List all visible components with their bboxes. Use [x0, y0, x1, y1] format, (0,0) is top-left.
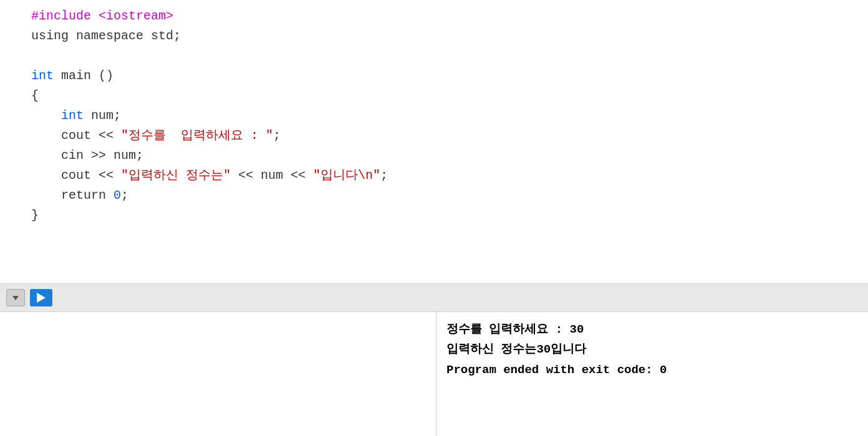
- code-segment: }: [31, 208, 39, 222]
- code-line: cin >> num;: [31, 146, 856, 166]
- code-line: {: [31, 86, 856, 106]
- output-line1: 정수를 입력하세요 : 30: [446, 320, 858, 339]
- output-line2: 입력하신 정수는30입니다: [446, 339, 858, 359]
- output-line3: Program ended with exit code: 0: [446, 360, 858, 380]
- code-segment: num;: [84, 108, 121, 123]
- code-segment: cin >> num;: [31, 148, 143, 163]
- code-line: cout << "정수를 입력하세요 : ";: [31, 126, 856, 146]
- code-line: }: [31, 206, 856, 225]
- code-segment: 0: [113, 188, 121, 202]
- code-segment: ;: [273, 128, 281, 143]
- toolbar: [0, 283, 868, 312]
- editor-area: #include <iostream>using namespace std; …: [0, 0, 868, 283]
- code-line: return 0;: [31, 186, 856, 206]
- code-line: int main (): [31, 66, 856, 86]
- code-segment: ;: [380, 168, 388, 182]
- code-segment: return: [31, 188, 113, 202]
- code-segment: using namespace std;: [31, 29, 181, 43]
- code-segment: << num <<: [231, 168, 313, 182]
- output-area: 정수를 입력하세요 : 30 입력하신 정수는30입니다 Program end…: [0, 312, 868, 436]
- code-segment: int: [31, 69, 54, 83]
- code-line: #include <iostream>: [31, 6, 856, 26]
- code-line: int num;: [31, 106, 856, 126]
- code-line: [31, 46, 856, 66]
- code-segment: ;: [121, 188, 128, 202]
- collapse-icon: [12, 296, 19, 300]
- run-button[interactable]: [30, 289, 52, 306]
- code-segment: cout <<: [31, 128, 121, 143]
- code-line: using namespace std;: [31, 26, 856, 46]
- code-segment: "입니다\n": [313, 168, 380, 182]
- code-segment: int: [61, 108, 84, 123]
- code-segment: #include <iostream>: [31, 9, 173, 23]
- code-segment: {: [31, 88, 39, 103]
- output-left-panel: [0, 312, 436, 436]
- code-segment: main (): [54, 69, 113, 83]
- code-segment: "정수를 입력하세요 : ": [121, 128, 273, 143]
- code-segment: "입력하신 정수는": [121, 168, 231, 182]
- run-icon: [37, 293, 46, 303]
- code-line: cout << "입력하신 정수는" << num << "입니다\n";: [31, 166, 856, 186]
- collapse-button[interactable]: [6, 289, 25, 306]
- code-segment: cout <<: [31, 168, 121, 182]
- output-right-panel: 정수를 입력하세요 : 30 입력하신 정수는30입니다 Program end…: [436, 312, 868, 436]
- output-text: 정수를 입력하세요 : 30 입력하신 정수는30입니다 Program end…: [446, 320, 858, 380]
- code-segment: [31, 108, 61, 123]
